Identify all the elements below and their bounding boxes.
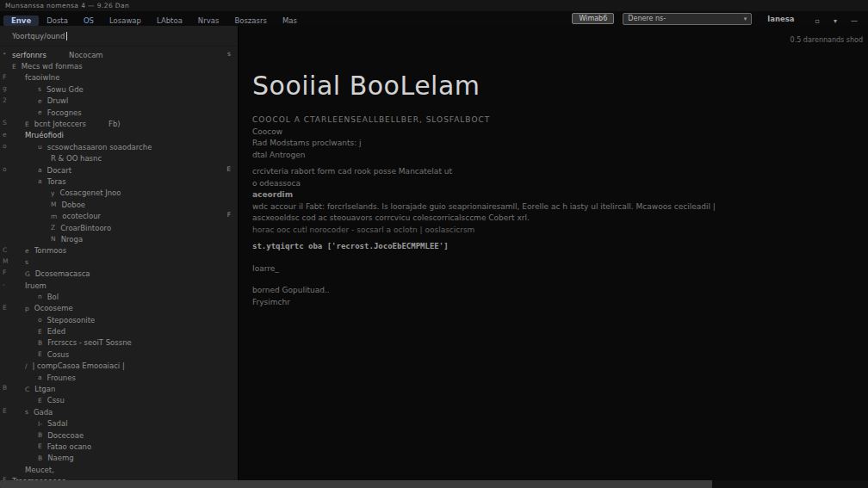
doc-text-line: wdc accour il Fabt: forcrlselands. Is lo… <box>252 201 868 213</box>
tree-item[interactable]: 2eDruwl <box>0 96 238 107</box>
item-letter-icon: e <box>38 97 42 105</box>
doc-body: COOCOL A CTARLEENSEALLBELLBER, SLOSFALBO… <box>252 114 868 308</box>
menu-item-enve[interactable]: Enve <box>3 15 39 26</box>
dot-icon[interactable]: ▫ <box>815 17 820 25</box>
tree-item-label: Docart <box>47 166 71 175</box>
app-window: Munsanssa nomensa 4 — 9.26 Dan EnveDosta… <box>0 0 868 488</box>
doc-text-line: Ioarre_ <box>252 263 868 275</box>
tree-item[interactable]: BNaemg <box>0 453 238 464</box>
tree-item[interactable]: I-Sadal <box>0 418 238 429</box>
tree-item[interactable]: ECssu <box>0 395 238 406</box>
tree-item[interactable]: yCosacgenet Jnoo <box>0 188 238 199</box>
item-letter-icon: C <box>25 386 29 393</box>
window-title: Munsanssa nomensa 4 — 9.26 Dan <box>5 2 129 9</box>
dropdown-value: Denere ns- <box>628 15 743 22</box>
tree-item-label: Frcrsccs - seoiT Sossne <box>47 338 132 347</box>
tree-item[interactable]: MDoboe <box>0 199 238 210</box>
menu-item-os[interactable]: OS <box>76 15 102 26</box>
item-letter-icon: n <box>38 293 42 300</box>
tree-item-label: Iruem <box>25 281 46 290</box>
tree-item[interactable]: EEded <box>0 325 238 337</box>
filter-input-value[interactable]: Yoortquy/ound <box>12 32 65 40</box>
tree-item[interactable]: BDocecoae <box>0 429 238 441</box>
tree-item[interactable]: oaDocartE <box>0 164 238 176</box>
tree-view: •serfonnrsNococamsEMecs wd fonmasFfcaoiw… <box>0 46 238 488</box>
item-letter-icon: M <box>51 201 56 208</box>
item-letter-icon: m <box>51 213 57 220</box>
menu-item-mas[interactable]: Mas <box>275 15 305 26</box>
item-letter-icon: p <box>25 305 29 312</box>
horizontal-scrollbar[interactable] <box>0 480 868 488</box>
item-letter-icon: E <box>38 397 42 405</box>
page-title: Sooiial BooLelam <box>252 71 868 101</box>
tree-item-label: Naemg <box>47 454 73 462</box>
menu-item-boszasrs[interactable]: Boszasrs <box>226 15 274 26</box>
tree-item[interactable]: Ffcaoiwlne <box>0 72 238 83</box>
tree-item[interactable]: •serfonnrsNococams <box>0 49 238 60</box>
tree-item[interactable]: FGDcosemacasca <box>0 268 238 279</box>
toolbar-dropdown[interactable]: Denere ns- ▾ <box>623 13 752 25</box>
gutter-letter-icon: F <box>3 269 11 276</box>
item-letter-icon: / <box>25 362 28 370</box>
tree-item[interactable]: eMruéofiodi <box>0 130 238 141</box>
tree-item[interactable]: Meucet, <box>0 464 238 475</box>
tree-item-label: ocoteclour <box>62 212 101 220</box>
gutter-letter-icon: o <box>3 142 11 150</box>
tree-item[interactable]: oStepoosonite <box>0 314 238 325</box>
gutter-letter-icon: g <box>3 84 11 92</box>
tree-item[interactable]: R & OO hasnc <box>0 153 238 164</box>
tree-item[interactable]: nBol <box>0 291 238 302</box>
tree-item-label: Gada <box>34 408 53 417</box>
tree-item[interactable]: ouscsowchasaaron soaodarche <box>0 141 238 152</box>
sidebar-filter[interactable]: Yoortquy/ound <box>0 26 238 46</box>
item-letter-icon: a <box>38 374 42 381</box>
app-body: Yoortquy/ound •serfonnrsNococamsEMecs wd… <box>0 26 868 488</box>
gutter-letter-icon: 2 <box>3 96 11 104</box>
tree-item[interactable]: aToras <box>0 176 238 187</box>
tree-item[interactable]: CeTonmoos <box>0 245 238 256</box>
tree-item-label: scsowchasaaron soaodarche <box>47 143 152 151</box>
tree-item[interactable]: EpOcooseme <box>0 303 238 314</box>
menu-item-labtoa[interactable]: LAbtoa <box>149 15 190 26</box>
dash-icon[interactable]: — <box>851 17 858 25</box>
item-letter-icon: E <box>25 120 29 128</box>
tree-item-secondary-label: Fb) <box>108 120 121 128</box>
tree-item-label: Mecs wd fonmas <box>22 62 83 71</box>
tree-item[interactable]: -Iruem <box>0 280 238 291</box>
tree-item-label: Sadal <box>47 419 68 428</box>
sidebar: Yoortquy/ound •serfonnrsNococamsEMecs wd… <box>0 26 239 488</box>
tree-item[interactable]: EsGada <box>0 406 238 417</box>
menu-item-nrvas[interactable]: Nrvas <box>190 15 227 26</box>
tree-item[interactable]: EMecs wd fonmas <box>0 60 238 71</box>
tree-item[interactable]: BCLtgan <box>0 383 238 394</box>
scrollbar-thumb[interactable] <box>0 480 712 488</box>
tree-item-label: Druwl <box>47 96 69 105</box>
toolbar-button[interactable]: Wimab6 <box>572 13 614 24</box>
item-letter-icon: E <box>38 350 42 358</box>
tree-item[interactable]: /| compCasoa Emooaiaci | <box>0 361 238 372</box>
tree-item[interactable]: aFrounes <box>0 372 238 383</box>
tree-item[interactable]: ZCroarBintooro <box>0 222 238 233</box>
tree-item[interactable]: SEbcnt JoteccersFb) <box>0 118 238 129</box>
tree-item-label: Ocooseme <box>34 304 73 312</box>
chevron-down-icon[interactable]: ▾ <box>834 17 837 25</box>
tree-item[interactable]: eFocognes <box>0 107 238 118</box>
tree-item-label: CroarBintooro <box>60 224 111 232</box>
tree-item[interactable]: EFatao ocano <box>0 441 238 452</box>
tree-item[interactable]: gsSowu Gde <box>0 83 238 95</box>
tree-item[interactable]: mocoteclourF <box>0 210 238 221</box>
tree-item[interactable]: BFrcrsccs - seoiT Sossne <box>0 337 238 349</box>
tree-item[interactable]: NNroga <box>0 233 238 244</box>
item-letter-icon: s <box>25 258 28 266</box>
item-letter-icon: e <box>25 247 29 255</box>
doc-text-line: aceordim <box>252 189 868 201</box>
gutter-letter-icon: - <box>3 281 11 288</box>
menu-item-dosta[interactable]: Dosta <box>39 15 76 26</box>
tree-item-label: Frounes <box>47 374 76 382</box>
tree-item[interactable]: Ms <box>0 256 238 268</box>
menu-item-losawap[interactable]: Losawap <box>102 15 149 26</box>
tree-item-label: Cssu <box>47 396 65 405</box>
doc-text-line: ascxeoeldsc cod ac steouavors corrcvicu … <box>252 213 868 225</box>
item-letter-icon: e <box>38 108 42 116</box>
tree-item[interactable]: ECosus <box>0 349 238 360</box>
